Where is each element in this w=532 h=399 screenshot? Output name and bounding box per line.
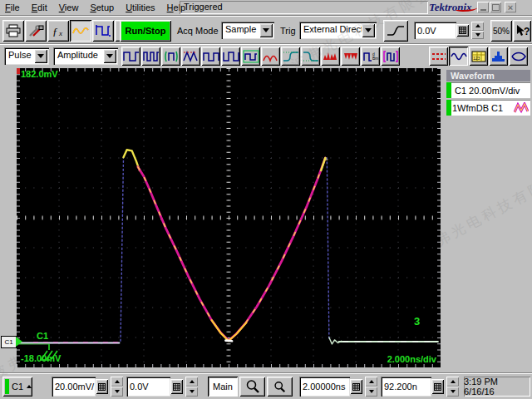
fall-time-icon xyxy=(303,50,319,63)
spin-up-icon[interactable] xyxy=(111,377,123,387)
pulse-width-button[interactable] xyxy=(121,47,140,66)
meas-type-select[interactable]: Amplitude xyxy=(53,47,118,65)
vertical-scale-value: 20.00mV/ xyxy=(55,382,94,392)
spin-down-icon[interactable] xyxy=(446,387,459,397)
set-to-50pct-button[interactable]: 50% xyxy=(490,20,512,42)
keypad-icon[interactable] xyxy=(96,379,108,394)
rise-time-button[interactable] xyxy=(281,47,300,66)
horizontal-position-spinner[interactable] xyxy=(446,377,459,397)
menu-view[interactable]: View xyxy=(54,1,86,14)
waveform-row-scale[interactable]: C1 20.00mV/div xyxy=(446,82,530,98)
cursors-icon xyxy=(431,50,447,63)
timebase-label: 2.000ns/div xyxy=(341,354,436,364)
context-help-button[interactable]: ? xyxy=(513,20,531,42)
vertical-position-field[interactable]: 0.0V xyxy=(126,377,198,397)
spin-up-icon[interactable] xyxy=(185,377,198,387)
cursors-button[interactable] xyxy=(429,47,448,66)
menu-file[interactable]: File xyxy=(0,1,27,14)
period-button[interactable] xyxy=(241,47,260,66)
horizontal-scale-spinner[interactable] xyxy=(365,377,377,397)
trigger-status: Triggered xyxy=(180,1,428,14)
oscilloscope-app-window: FileEditViewSetupUtilitiesHelp Triggered… xyxy=(0,0,532,399)
horizontal-main-button[interactable]: Main xyxy=(208,377,238,397)
formula-button[interactable]: ƒx xyxy=(47,20,69,42)
meas-category-select[interactable]: Pulse xyxy=(4,47,49,65)
minimize-button[interactable] xyxy=(477,2,489,12)
clock-display: 3:19 PM 6/16/16 xyxy=(464,377,530,397)
horizontal-position-field[interactable]: 92.200n xyxy=(381,377,459,397)
waveform-row-wfmdb[interactable]: 1WfmDB C1 xyxy=(446,100,530,116)
results-table-button[interactable]: 123 xyxy=(469,47,488,66)
spin-up-icon[interactable] xyxy=(471,22,484,31)
run-stop-button[interactable]: Run/Stop xyxy=(120,20,171,42)
trigger-level-spinner[interactable] xyxy=(471,22,484,39)
spin-up-icon[interactable] xyxy=(365,377,377,387)
trig-source-select[interactable]: External Direct xyxy=(299,22,377,39)
spin-down-icon[interactable] xyxy=(111,387,123,397)
spin-down-icon[interactable] xyxy=(185,387,198,397)
pulse-display-mode-icon xyxy=(95,24,111,37)
waveform-panel-header: Waveform xyxy=(446,70,530,81)
undershoot-noise-button[interactable] xyxy=(341,47,360,66)
trigger-level-field[interactable]: 0.0V xyxy=(414,22,484,39)
channel1-position-marker[interactable]: C1 xyxy=(1,336,17,348)
toolbox-button[interactable] xyxy=(25,20,47,42)
neg-width-button[interactable] xyxy=(221,47,240,66)
fall-time-button[interactable] xyxy=(301,47,320,66)
amplitude-ac-button[interactable] xyxy=(261,47,280,66)
acq-mode-dropdown-icon[interactable] xyxy=(259,23,273,37)
waveform-plot xyxy=(17,68,441,367)
eye-diagram-button[interactable] xyxy=(509,47,528,66)
print-button[interactable] xyxy=(2,20,24,42)
eye-diagram-icon xyxy=(510,50,527,63)
zoom-in-button[interactable] xyxy=(239,377,265,397)
menu-utilities[interactable]: Utilities xyxy=(121,1,161,14)
overshoot-noise-button[interactable] xyxy=(321,47,340,66)
keypad-icon[interactable] xyxy=(431,379,444,394)
pos-width-button[interactable] xyxy=(201,47,220,66)
magnifier-small-icon xyxy=(273,381,286,393)
spin-down-icon[interactable] xyxy=(471,31,484,40)
trace-tail-noise xyxy=(329,337,342,344)
meas-category-dropdown-icon[interactable] xyxy=(34,49,47,63)
burst-width-icon xyxy=(163,50,180,63)
undershoot-noise-icon xyxy=(342,50,359,63)
gated-pulse-button[interactable] xyxy=(381,47,400,66)
keypad-icon[interactable] xyxy=(170,379,183,394)
pulse-width-icon xyxy=(123,50,140,63)
meas-type-dropdown-icon[interactable] xyxy=(103,49,116,63)
vertical-scale-spinner[interactable] xyxy=(111,377,123,397)
pulse-train-button[interactable] xyxy=(141,47,160,66)
dbm-level-button[interactable]: dBm xyxy=(361,47,380,66)
zoom-out-button[interactable] xyxy=(267,377,293,397)
toolbar-divider xyxy=(0,43,532,45)
spin-up-icon[interactable] xyxy=(446,377,459,387)
toolbox-icon xyxy=(27,24,44,37)
print-icon xyxy=(5,24,22,37)
horizontal-scale-field[interactable]: 2.00000ns xyxy=(299,377,377,397)
keypad-icon[interactable] xyxy=(350,379,362,394)
menu-setup[interactable]: Setup xyxy=(85,1,121,14)
menu-edit[interactable]: Edit xyxy=(27,1,54,14)
restore-button[interactable] xyxy=(490,2,501,12)
waveform-display-mode-button[interactable] xyxy=(70,20,91,42)
close-button[interactable]: × xyxy=(505,2,516,12)
vertical-scale-field[interactable]: 20.00mV/ xyxy=(52,377,123,397)
pulse-train-icon xyxy=(143,50,160,63)
trig-source-dropdown-icon[interactable] xyxy=(362,23,375,37)
histogram-button[interactable] xyxy=(489,47,508,66)
burst-width-button[interactable] xyxy=(161,47,180,66)
svg-text:?: ? xyxy=(524,26,530,37)
vertical-position-spinner[interactable] xyxy=(185,377,198,397)
peak-peak-button[interactable] xyxy=(181,47,200,66)
statusbar-divider xyxy=(0,372,532,374)
channel-select-button[interactable]: C1 xyxy=(2,377,32,397)
waveform-view-button[interactable] xyxy=(449,47,468,66)
pulse-display-mode-button[interactable] xyxy=(92,20,114,42)
spin-down-icon[interactable] xyxy=(365,387,377,397)
trigger-slope-button[interactable] xyxy=(383,20,408,42)
trace-count-label: 3 xyxy=(414,315,420,328)
waveform-panel: Waveform C1 20.00mV/div 1WfmDB C1 xyxy=(446,70,530,116)
acq-mode-select[interactable]: Sample xyxy=(221,22,274,39)
keypad-icon[interactable] xyxy=(456,24,469,37)
